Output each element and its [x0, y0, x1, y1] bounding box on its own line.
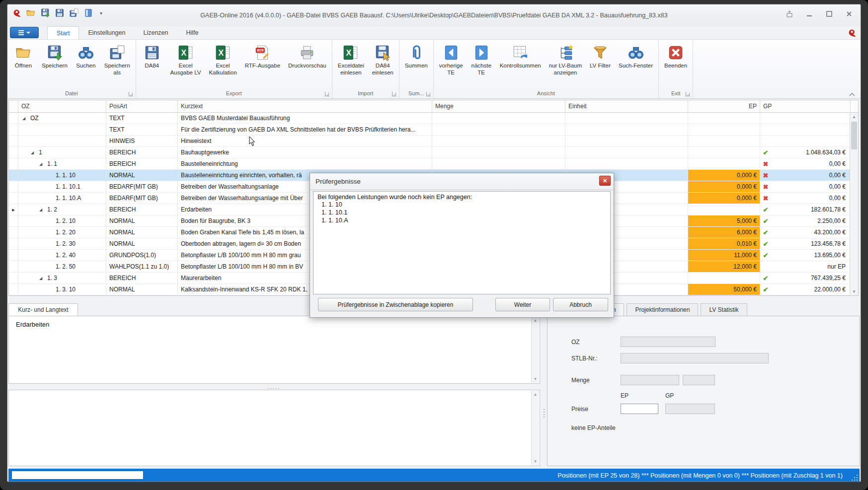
menge-field[interactable]	[621, 375, 679, 385]
button-label: TE	[477, 70, 485, 76]
tab-start[interactable]: Start	[47, 26, 79, 39]
tab-lizenzen[interactable]: Lizenzen	[134, 26, 177, 39]
summen-button[interactable]: Summen	[401, 43, 432, 70]
panel-scrollbar[interactable]: ▲ ▼	[531, 317, 539, 383]
gp-price-field[interactable]	[665, 404, 715, 414]
dialog-launcher-icon[interactable]	[392, 92, 396, 96]
beenden-button[interactable]: Beenden	[660, 43, 691, 70]
grid-scrollbar[interactable]: ▲ ▼	[850, 113, 858, 295]
column-header-oz[interactable]: OZ	[18, 100, 106, 112]
dialog-launcher-icon[interactable]	[426, 92, 431, 96]
abbruch-button[interactable]: Abbruch	[553, 298, 608, 311]
minimize-icon[interactable]	[803, 8, 816, 19]
oz-cell: 1. 2. 30	[18, 238, 106, 249]
vorherige-te-button[interactable]: vorherigeTE	[435, 43, 467, 76]
column-header-gutter[interactable]	[9, 100, 18, 112]
table-row[interactable]: HINWEISHinweistext	[9, 136, 858, 147]
druckvorschau-button[interactable]: Druckvorschau	[284, 43, 330, 70]
scroll-up-icon[interactable]: ▲	[850, 113, 858, 121]
panel-splitter-vertical[interactable]	[542, 405, 546, 421]
dialog-launcher-icon[interactable]	[686, 92, 690, 96]
gp-value: 22.000,00 €	[771, 286, 850, 293]
rtf-ausgabe-button[interactable]: RTFRTF-Ausgabe	[241, 43, 284, 70]
scrollbar-thumb[interactable]	[851, 122, 857, 149]
expander-icon[interactable]: ◢	[31, 150, 36, 155]
table-row[interactable]: ◢OZTEXTBVBS GAEB Musterdatei Bauausführu…	[9, 113, 858, 124]
scroll-up-icon[interactable]: ▲	[532, 317, 539, 324]
panel-icon[interactable]	[83, 8, 93, 18]
gp-cell	[760, 124, 851, 135]
dialog-launcher-icon[interactable]	[325, 92, 329, 96]
ep-cell	[688, 158, 760, 169]
-ffnen-button[interactable]: Öffnen	[9, 43, 38, 70]
expander-icon[interactable]: ◢	[39, 276, 45, 280]
ribbon-collapse-button[interactable]	[849, 90, 856, 96]
panel-splitter-horizontal[interactable]: .....	[8, 384, 540, 390]
copy-to-clipboard-button[interactable]: Prüfergebnisse in Zwischenablage kopiere…	[318, 298, 473, 311]
excel-ausgabe-lv-button[interactable]: XExcelAusgabe LV	[166, 43, 205, 76]
button-label: LV Filter	[590, 63, 611, 70]
floppy-icon[interactable]	[55, 8, 65, 18]
gp-value: 182.601,78 €	[771, 206, 850, 213]
ribbon-group-footer: Export	[138, 88, 330, 98]
exceldatei-einlesen-button[interactable]: XExceldateieinlesen	[334, 43, 368, 76]
close-red-icon	[667, 44, 684, 61]
oz-field[interactable]	[621, 337, 715, 347]
weiter-button[interactable]: Weiter	[495, 298, 550, 311]
scroll-up-icon[interactable]: ▲	[532, 391, 539, 398]
pin-icon[interactable]	[783, 8, 796, 19]
expander-icon[interactable]: ◢	[39, 162, 45, 166]
table-row[interactable]: ◢1BEREICHBauhauptgewerke✔1.048.634,03 €	[9, 147, 858, 158]
posart-cell: NORMAL	[106, 227, 178, 238]
save-as-icon[interactable]	[69, 8, 79, 18]
ribbon-group-label: Exit	[671, 90, 680, 96]
column-header-gp[interactable]: GP	[760, 100, 851, 112]
dialog-launcher-icon[interactable]	[129, 92, 133, 96]
ribbon-group-import: XExceldateieinlesenDA84einlesenImport	[332, 40, 399, 98]
stlb-field[interactable]	[621, 353, 769, 363]
ep-cell: 5,000 €	[688, 215, 760, 226]
gaeb-logo-icon[interactable]	[11, 8, 21, 18]
tab-kurz-und-langtext[interactable]: Kurz- und Langtext	[8, 303, 78, 316]
table-row[interactable]: ◢1. 1BEREICHBaustelleneinrichtung✖0,00 €	[9, 158, 858, 170]
n-chste-te-button[interactable]: nächsteTE	[467, 43, 496, 76]
scroll-down-icon[interactable]: ▼	[532, 375, 539, 383]
da84-einlesen-button[interactable]: DA84einlesen	[368, 43, 397, 76]
speichern-als-button[interactable]: Speichernals	[100, 43, 134, 76]
maximize-icon[interactable]	[823, 8, 836, 19]
kontrollsummen-button[interactable]: Kontrollsummen	[496, 43, 545, 70]
expander-icon[interactable]: ◢	[39, 208, 45, 212]
folder-open-icon[interactable]	[26, 8, 36, 18]
lv-filter-button[interactable]: LV Filter	[586, 43, 615, 70]
nur-lv-baum-anzeigen-button[interactable]: nur LV-Baumanzeigen	[545, 43, 586, 76]
speichern-button[interactable]: Speichern	[38, 43, 72, 70]
expander-icon[interactable]: ◢	[22, 116, 28, 121]
oz-cell: 1. 2. 20	[18, 227, 106, 238]
dialog-close-icon[interactable]: ✕	[599, 176, 611, 186]
excel-kalkulation-button[interactable]: XExcelKalkulation	[205, 43, 240, 76]
resize-grip[interactable]	[851, 474, 858, 481]
tab-projektinformationen[interactable]: Projektinformationen	[627, 303, 698, 316]
tab-lv-statistik[interactable]: LV Statistik	[701, 303, 747, 316]
oz-value: OZ	[30, 115, 39, 122]
suchen-button[interactable]: Suchen	[72, 43, 100, 70]
tab-hilfe[interactable]: Hilfe	[177, 26, 208, 39]
scroll-down-icon[interactable]: ▼	[850, 287, 858, 295]
app-menu-button[interactable]	[10, 27, 39, 38]
column-header-ep[interactable]: EP	[688, 100, 760, 112]
column-header-posart[interactable]: PosArt	[106, 100, 178, 112]
tab-einstellungen[interactable]: Einstellungen	[79, 26, 134, 39]
column-header-einheit[interactable]: Einheit	[565, 100, 688, 112]
such-fenster-button[interactable]: Such-Fenster	[615, 43, 657, 70]
panel-scrollbar[interactable]: ▲ ▼	[531, 391, 539, 465]
scroll-down-icon[interactable]: ▼	[532, 458, 539, 465]
einheit-field[interactable]	[683, 375, 715, 385]
da84-button[interactable]: DA84	[138, 43, 166, 70]
column-header-kurztext[interactable]: Kurztext	[178, 100, 432, 112]
ep-price-field[interactable]	[621, 404, 658, 414]
close-icon[interactable]	[843, 8, 856, 19]
chevron-down-icon[interactable]: ▾	[100, 10, 102, 16]
column-header-menge[interactable]: Menge	[432, 100, 565, 112]
save-green-icon[interactable]	[40, 8, 50, 18]
table-row[interactable]: TEXTFür die Zertifizierung von GAEB DA X…	[9, 124, 858, 136]
